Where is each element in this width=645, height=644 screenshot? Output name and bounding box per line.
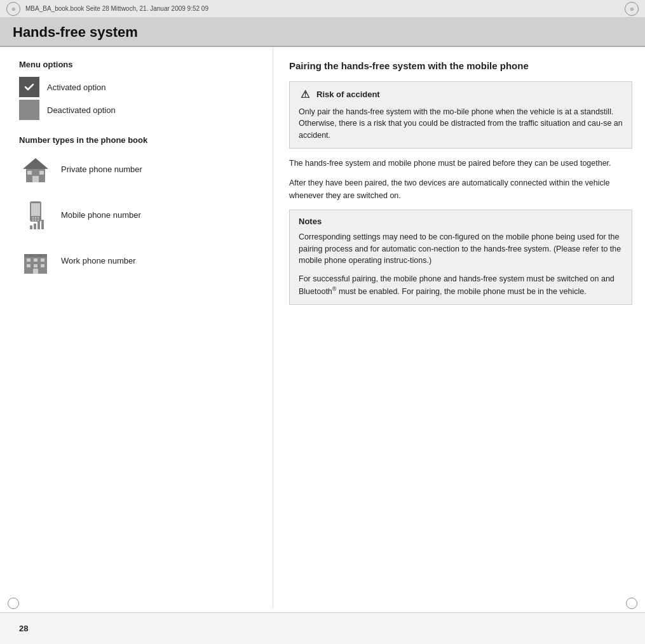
risk-box: ⚠ Risk of accident Only pair the hands-f… bbox=[289, 81, 632, 149]
reg-mark-top-left: ⊕ bbox=[6, 2, 20, 16]
notes-text-2: For successful pairing, the mobile phone… bbox=[299, 273, 623, 298]
menu-options-heading: Menu options bbox=[19, 60, 260, 69]
risk-text: Only pair the hands-free system with the… bbox=[299, 106, 623, 142]
deactivated-icon bbox=[19, 100, 39, 120]
svg-rect-24 bbox=[41, 264, 44, 267]
svg-rect-14 bbox=[34, 224, 36, 229]
number-types-heading: Number types in the phone book bbox=[19, 135, 260, 145]
activated-label: Activated option bbox=[47, 83, 106, 92]
svg-rect-21 bbox=[41, 258, 44, 262]
svg-point-7 bbox=[32, 217, 34, 218]
risk-title-row: ⚠ Risk of accident bbox=[299, 88, 623, 101]
svg-rect-19 bbox=[27, 258, 31, 262]
risk-title-text: Risk of accident bbox=[316, 90, 380, 99]
notes-text-2-part2: must be enabled. For pairing, the mobile… bbox=[336, 287, 586, 296]
page-title-bar: Hands-free system bbox=[0, 18, 645, 47]
svg-rect-18 bbox=[24, 254, 47, 257]
number-types-section: Number types in the phone book bbox=[19, 135, 260, 277]
work-phone-row: Work phone number bbox=[19, 244, 260, 277]
work-phone-label: Work phone number bbox=[61, 256, 136, 265]
mobile-icon bbox=[20, 199, 51, 231]
svg-rect-25 bbox=[33, 269, 38, 274]
page-number: 28 bbox=[19, 624, 28, 633]
svg-rect-3 bbox=[27, 171, 32, 175]
svg-point-9 bbox=[37, 217, 39, 218]
top-bar: ⊕ MBA_BA_book.book Seite 28 Mittwoch, 21… bbox=[0, 0, 645, 18]
right-column: Pairing the hands-free system with the m… bbox=[273, 47, 645, 608]
notes-box: Notes Corresponding settings may need to… bbox=[289, 210, 632, 305]
private-phone-icon bbox=[19, 152, 52, 185]
pairing-heading: Pairing the hands-free system with the m… bbox=[289, 60, 632, 72]
content-area: Menu options Activated option Deactivate… bbox=[0, 47, 645, 608]
body-text-2: After they have been paired, the two dev… bbox=[289, 177, 632, 202]
mobile-phone-label: Mobile phone number bbox=[61, 210, 141, 220]
svg-rect-15 bbox=[37, 222, 40, 229]
bottom-bar: 28 bbox=[0, 612, 645, 644]
reg-mark-bottom-left bbox=[8, 598, 19, 609]
svg-point-11 bbox=[35, 219, 36, 220]
svg-rect-20 bbox=[34, 258, 37, 262]
warning-triangle-icon: ⚠ bbox=[299, 88, 311, 101]
house-icon bbox=[20, 153, 51, 185]
reg-mark-bottom-right bbox=[626, 598, 637, 609]
svg-point-12 bbox=[37, 219, 39, 220]
checkmark-icon bbox=[24, 81, 35, 93]
svg-rect-13 bbox=[30, 225, 32, 229]
svg-point-10 bbox=[32, 219, 34, 220]
private-phone-label: Private phone number bbox=[61, 164, 142, 174]
svg-rect-16 bbox=[41, 220, 44, 229]
mobile-phone-icon bbox=[19, 198, 52, 231]
svg-rect-2 bbox=[32, 176, 39, 182]
svg-marker-1 bbox=[23, 158, 48, 169]
deactivated-label: Deactivated option bbox=[47, 105, 116, 115]
svg-rect-6 bbox=[31, 203, 40, 216]
notes-title: Notes bbox=[299, 217, 623, 226]
menu-options-table: Activated option Deactivated option bbox=[19, 77, 260, 120]
svg-rect-23 bbox=[34, 264, 37, 267]
left-column: Menu options Activated option Deactivate… bbox=[0, 47, 273, 608]
mobile-phone-row: Mobile phone number bbox=[19, 198, 260, 231]
svg-rect-22 bbox=[27, 264, 31, 267]
activated-option-row: Activated option bbox=[19, 77, 260, 97]
svg-rect-4 bbox=[39, 171, 44, 175]
top-bar-text: MBA_BA_book.book Seite 28 Mittwoch, 21. … bbox=[25, 5, 208, 12]
work-phone-icon bbox=[19, 244, 52, 277]
activated-icon bbox=[19, 77, 39, 97]
svg-point-8 bbox=[35, 217, 36, 218]
notes-text-1: Corresponding settings may need to be co… bbox=[299, 231, 623, 267]
page-title: Hands-free system bbox=[13, 24, 632, 41]
private-phone-row: Private phone number bbox=[19, 152, 260, 185]
building-icon bbox=[20, 245, 51, 276]
reg-mark-top-right: ⊕ bbox=[625, 2, 639, 16]
deactivated-option-row: Deactivated option bbox=[19, 100, 260, 120]
body-text-1: The hands-free system and mobile phone m… bbox=[289, 158, 632, 170]
